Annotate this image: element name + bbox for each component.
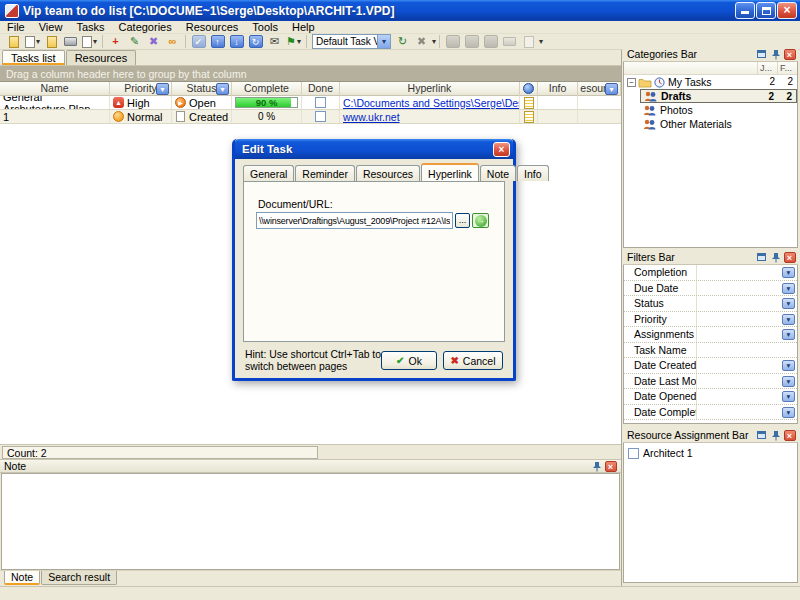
toggle-filters-button[interactable] [463, 34, 480, 49]
column-header-complete[interactable]: Complete [232, 82, 302, 96]
send-email-button[interactable]: ✉ [266, 34, 283, 49]
delete-task-button[interactable]: ✖ [145, 34, 162, 49]
hyperlink[interactable]: www.ukr.net [343, 111, 400, 123]
new-list-button[interactable] [5, 34, 22, 49]
table-row[interactable]: 1 Normal Created 0 % www.ukr.net [0, 110, 621, 124]
filters-close-button[interactable]: × [783, 251, 796, 263]
print-button[interactable] [62, 34, 79, 49]
resource-item[interactable]: Architect 1 [624, 443, 797, 459]
task-view-select[interactable]: Default Task V ▾ [312, 34, 391, 49]
menu-tools[interactable]: Tools [245, 21, 285, 34]
dialog-tab-info[interactable]: Info [517, 165, 549, 181]
toggle-resources-button[interactable] [482, 34, 499, 49]
tree-item-other-materials[interactable]: Other Materials [624, 117, 797, 131]
menu-help[interactable]: Help [285, 21, 322, 34]
toggle-categories-button[interactable] [444, 34, 461, 49]
menu-categories[interactable]: Categories [112, 21, 179, 34]
edit-task-button[interactable]: ✎ [126, 34, 143, 49]
hyperlink-button[interactable]: ∞ [164, 34, 181, 49]
open-dropdown-icon[interactable]: ▾ [36, 37, 40, 46]
categories-close-button[interactable]: × [783, 48, 796, 60]
menu-resources[interactable]: Resources [179, 21, 246, 34]
note-pin-button[interactable] [590, 460, 603, 472]
filter-dropdown-icon[interactable]: ▾ [782, 329, 795, 340]
document-url-input[interactable] [256, 212, 453, 229]
categories-col2[interactable]: F... [777, 62, 797, 74]
resource-checkbox[interactable] [628, 448, 639, 459]
categories-col1[interactable]: J... [757, 62, 777, 74]
note-icon[interactable] [524, 111, 534, 123]
flag-dropdown-icon[interactable]: ▾ [297, 37, 301, 46]
ok-button[interactable]: ✔ Ok [381, 351, 437, 370]
sidebar-splitter[interactable] [621, 50, 622, 586]
close-button[interactable]: × [777, 2, 797, 19]
flag-button[interactable]: ⚑▾ [285, 34, 302, 49]
done-checkbox[interactable] [315, 97, 326, 108]
note-close-button[interactable]: × [604, 460, 617, 472]
dialog-tab-reminder[interactable]: Reminder [295, 165, 355, 181]
tab-resources[interactable]: Resources [66, 50, 137, 65]
filter-dropdown-icon[interactable]: ▾ [782, 407, 795, 418]
open-url-button[interactable]: → [472, 213, 489, 228]
categories-dock-button[interactable] [755, 48, 768, 60]
cancel-button[interactable]: ✖ Cancel [443, 351, 503, 370]
menu-file[interactable]: File [0, 21, 32, 34]
add-task-button[interactable]: + [107, 34, 124, 49]
priority-filter-dropdown[interactable]: ▾ [156, 83, 169, 95]
filter-dropdown-icon[interactable]: ▾ [782, 298, 795, 309]
move-down-button[interactable]: ↓ [228, 34, 245, 49]
column-header-info[interactable]: Info [538, 82, 578, 96]
column-header-name[interactable]: Name [0, 82, 110, 96]
status-filter-dropdown[interactable]: ▾ [216, 83, 229, 95]
dialog-tab-note[interactable]: Note [480, 165, 516, 181]
open-list-button[interactable]: ▾ [24, 34, 41, 49]
resource-filter-dropdown[interactable]: ▾ [605, 83, 618, 95]
tree-item-drafts[interactable]: Drafts 2 2 [640, 89, 797, 103]
tab-note[interactable]: Note [4, 571, 40, 585]
menu-view[interactable]: View [32, 21, 70, 34]
bars-more-button[interactable] [520, 34, 537, 49]
tab-tasks-list[interactable]: Tasks list [2, 50, 65, 65]
browse-button[interactable]: ... [455, 213, 470, 228]
apply-view-button[interactable]: ↻ [394, 34, 411, 49]
column-header-hyperlink[interactable]: Hyperlink [340, 82, 520, 96]
collapse-icon[interactable]: − [627, 78, 636, 87]
dialog-tab-general[interactable]: General [243, 165, 294, 181]
resource-dock-button[interactable] [755, 429, 768, 441]
complete-task-button[interactable]: ✔ [190, 34, 207, 49]
done-checkbox[interactable] [315, 111, 326, 122]
menu-tasks[interactable]: Tasks [69, 21, 111, 34]
note-editor[interactable] [1, 473, 620, 570]
group-by-bar[interactable]: Drag a column header here to group by th… [0, 66, 621, 82]
print-dropdown-icon[interactable]: ▾ [93, 37, 97, 46]
filter-dropdown-icon[interactable]: ▾ [782, 376, 795, 387]
column-header-done[interactable]: Done [302, 82, 340, 96]
tree-item-photos[interactable]: Photos [624, 103, 797, 117]
note-icon[interactable] [524, 97, 534, 109]
dialog-tab-resources[interactable]: Resources [356, 165, 420, 181]
restore-button[interactable] [756, 2, 776, 19]
filter-dropdown-icon[interactable]: ▾ [782, 314, 795, 325]
hyperlink[interactable]: C:\Documents and Settings\Serge\Desktop\… [343, 97, 520, 109]
view-overflow-icon[interactable]: ▾ [432, 37, 436, 46]
print-preview-button[interactable]: ▾ [81, 34, 98, 49]
dialog-tab-hyperlink[interactable]: Hyperlink [421, 163, 479, 181]
sync-tasks-button[interactable]: ↻ [247, 34, 264, 49]
table-row[interactable]: General Archutecture Plan ▲ High ▶ Open … [0, 96, 621, 110]
print-bars-button[interactable] [501, 34, 518, 49]
filter-dropdown-icon[interactable]: ▾ [782, 360, 795, 371]
save-button[interactable] [43, 34, 60, 49]
filters-pin-button[interactable] [769, 251, 782, 263]
resource-close-button[interactable]: × [783, 429, 796, 441]
tree-item-my-tasks[interactable]: − My Tasks 2 2 [624, 75, 797, 89]
filter-dropdown-icon[interactable]: ▾ [782, 283, 795, 294]
move-up-button[interactable]: ↑ [209, 34, 226, 49]
minimize-button[interactable] [735, 2, 755, 19]
resource-pin-button[interactable] [769, 429, 782, 441]
tab-search-result[interactable]: Search result [41, 571, 117, 585]
column-header-attachment[interactable] [520, 82, 538, 96]
dialog-title-bar[interactable]: Edit Task × [235, 139, 513, 159]
bars-overflow-icon[interactable]: ▾ [539, 37, 543, 46]
filter-dropdown-icon[interactable]: ▾ [782, 267, 795, 278]
filter-value[interactable] [696, 343, 797, 358]
